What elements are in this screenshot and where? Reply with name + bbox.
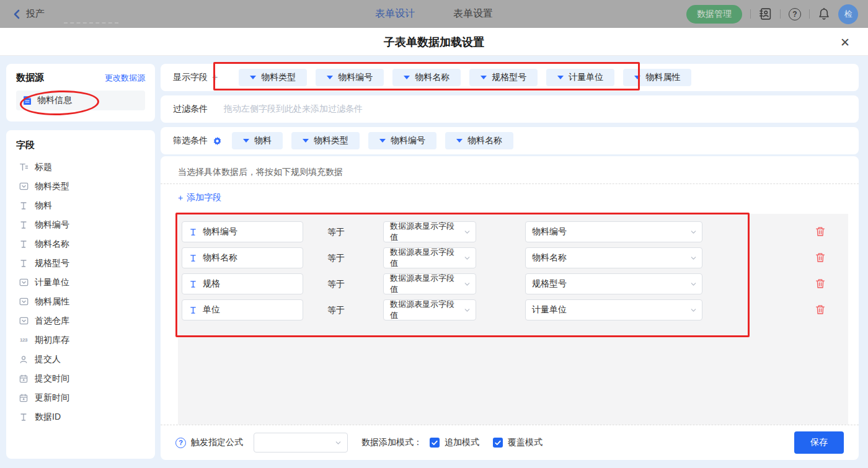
topbar-tabs: 表单设计 表单设置: [375, 0, 493, 28]
caret-down-icon: [404, 76, 410, 79]
tag-label: 物料类型: [314, 135, 348, 146]
source-field-select[interactable]: 物料编号: [525, 221, 702, 242]
source-field-value: 物料名称: [532, 252, 567, 263]
filter-dropzone-placeholder[interactable]: 拖动左侧字段到此处来添加过滤条件: [224, 104, 363, 115]
field-item-label: 标题: [35, 162, 52, 173]
display-field-tag[interactable]: 物料编号: [316, 69, 384, 86]
delete-row-trash-icon[interactable]: [815, 304, 825, 315]
datasource-title: 数据源: [16, 72, 44, 84]
tab-form-settings[interactable]: 表单设置: [453, 7, 493, 20]
field-item[interactable]: 123 期初库存: [16, 330, 145, 350]
tab-form-design[interactable]: 表单设计: [375, 7, 415, 20]
delete-row-trash-icon[interactable]: [815, 252, 825, 263]
back-button[interactable]: 投产: [12, 0, 45, 28]
display-field-tag[interactable]: 物料类型: [239, 69, 307, 86]
datasource-item[interactable]: 物料信息: [16, 91, 145, 110]
screening-tag[interactable]: 物料类型: [291, 132, 360, 149]
field-item[interactable]: 提交人: [16, 350, 145, 369]
source-type-select[interactable]: 数据源表显示字段值: [383, 273, 476, 294]
display-field-tag[interactable]: 计量单位: [546, 69, 614, 86]
caret-down-icon: [303, 139, 309, 143]
formula-select[interactable]: [254, 433, 348, 453]
field-item[interactable]: 更新时间: [16, 388, 145, 407]
field-item[interactable]: 物料属性: [16, 292, 145, 311]
source-field-value: 计量单位: [532, 304, 567, 316]
append-mode-checkbox[interactable]: 追加模式: [430, 437, 479, 448]
rule-row: 单位 等于 数据源表显示字段值 计量单位: [178, 299, 848, 320]
change-datasource-link[interactable]: 更改数据源: [105, 73, 145, 84]
field-item[interactable]: 物料编号: [16, 215, 145, 234]
field-item[interactable]: 物料名称: [16, 234, 145, 254]
field-item-label: 更新时间: [35, 392, 69, 404]
help-icon[interactable]: ?: [789, 8, 801, 20]
screening-tag[interactable]: 物料名称: [445, 132, 513, 149]
field-item[interactable]: 数据ID: [16, 407, 145, 426]
source-type-select[interactable]: 数据源表显示字段值: [383, 221, 476, 242]
field-item[interactable]: 首选仓库: [16, 311, 145, 330]
overwrite-mode-checkbox[interactable]: 覆盖模式: [493, 437, 542, 448]
chevron-down-icon: [690, 307, 697, 314]
source-type-value: 数据源表显示字段值: [390, 247, 459, 269]
add-display-field-button[interactable]: +: [212, 72, 218, 83]
add-field-button[interactable]: + 添加字段: [178, 192, 221, 203]
delete-row-trash-icon[interactable]: [815, 278, 825, 289]
gear-icon[interactable]: [213, 136, 222, 146]
tag-label: 规格型号: [492, 72, 526, 83]
field-item-label: 物料类型: [35, 181, 69, 192]
fill-rules-panel: 当选择具体数据后，将按如下规则填充数据 + 添加字段 物料编号 等于 数据源表显…: [161, 156, 859, 460]
screening-tag[interactable]: 物料编号: [368, 132, 436, 149]
source-field-select[interactable]: 规格型号: [525, 273, 702, 294]
datasource-panel: 数据源 更改数据源 物料信息: [6, 64, 155, 121]
display-fields-label: 显示字段: [173, 72, 208, 83]
text-field-icon: [189, 280, 197, 288]
screening-tags: 物料 物料类型 物料编号 物料名称: [232, 132, 513, 149]
field-item[interactable]: 规格型号: [16, 254, 145, 273]
source-field-select[interactable]: 物料名称: [525, 247, 702, 268]
target-field-input[interactable]: 规格: [182, 273, 303, 294]
display-field-tags: 物料类型 物料编号 物料名称 规格型号 计量单位 物料属性: [239, 69, 691, 86]
overwrite-mode-label: 覆盖模式: [508, 437, 542, 448]
source-type-select[interactable]: 数据源表显示字段值: [383, 299, 476, 320]
field-item[interactable]: 计量单位: [16, 273, 145, 292]
target-field-label: 单位: [203, 304, 220, 316]
field-item[interactable]: 标题: [16, 157, 145, 177]
fill-rules-hint: 当选择具体数据后，将按如下规则填充数据: [161, 156, 859, 178]
target-field-input[interactable]: 单位: [182, 299, 303, 320]
fields-panel: 字段 标题 物料类型 物料 物料编号 物料名称 规格型号 计量单位: [6, 130, 155, 459]
formula-help-icon[interactable]: ?: [175, 438, 186, 448]
display-field-tag[interactable]: 规格型号: [469, 69, 538, 86]
source-field-select[interactable]: 计量单位: [525, 299, 702, 320]
data-manage-button[interactable]: 数据管理: [686, 5, 742, 24]
select-field-icon: [19, 182, 29, 191]
field-item-label: 物料编号: [35, 219, 69, 231]
document-icon: [22, 95, 32, 105]
chevron-down-icon: [690, 281, 697, 288]
user-avatar[interactable]: 检: [838, 4, 858, 24]
select-field-icon: [19, 316, 29, 325]
field-item-label: 提交时间: [35, 373, 69, 384]
caret-down-icon: [243, 139, 249, 143]
app-root: { "topbar": { "back_label": "投产", "tabs"…: [0, 0, 868, 468]
select-field-icon: [19, 278, 29, 287]
contacts-icon[interactable]: [759, 7, 772, 20]
target-field-input[interactable]: 物料编号: [182, 221, 303, 242]
close-icon[interactable]: ✕: [837, 34, 853, 50]
delete-row-trash-icon[interactable]: [815, 226, 825, 237]
text-field-icon: [189, 254, 197, 262]
field-item[interactable]: 提交时间: [16, 369, 145, 388]
display-field-tag[interactable]: 物料名称: [392, 69, 461, 86]
field-item[interactable]: 物料类型: [16, 177, 145, 196]
save-button[interactable]: 保存: [794, 431, 844, 454]
rule-row: 规格 等于 数据源表显示字段值 规格型号: [178, 273, 848, 294]
field-item[interactable]: 物料: [16, 196, 145, 215]
screening-tag[interactable]: 物料: [232, 132, 283, 149]
source-type-select[interactable]: 数据源表显示字段值: [383, 247, 476, 268]
chevron-down-icon: [690, 229, 697, 236]
notification-bell-icon[interactable]: [818, 7, 830, 20]
source-type-value: 数据源表显示字段值: [390, 273, 459, 295]
datetime-icon: [19, 394, 29, 402]
display-field-tag[interactable]: 物料属性: [623, 69, 691, 86]
caret-down-icon: [456, 139, 463, 143]
target-field-input[interactable]: 物料名称: [182, 247, 303, 268]
back-chevron-icon: [12, 9, 20, 19]
